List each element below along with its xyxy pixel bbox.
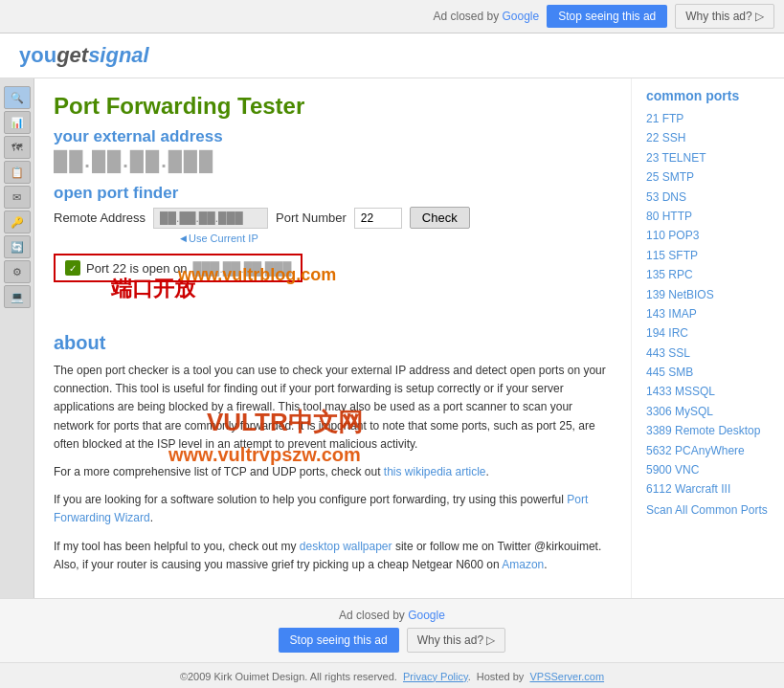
ad-closed-label-bottom: Ad closed by Google: [10, 609, 774, 622]
port-link[interactable]: 139 NetBIOS: [646, 285, 770, 304]
port-result-text: Port 22 is open on: [86, 261, 188, 276]
top-ad-bar: Ad closed by Google Stop seeing this ad …: [0, 0, 784, 33]
port-number-input[interactable]: [354, 208, 402, 229]
external-address-label: your external address: [54, 127, 612, 146]
port-link[interactable]: 443 SSL: [646, 344, 770, 363]
logo-get: get: [56, 43, 88, 67]
stop-ad-button-bottom[interactable]: Stop seeing this ad: [279, 628, 399, 653]
port-link[interactable]: 110 POP3: [646, 226, 770, 245]
left-sidebar: 🔍 📊 🗺 📋 ✉ 🔑 🔄 ⚙ 💻: [0, 78, 34, 598]
port-link[interactable]: 1433 MSSQL: [646, 382, 770, 401]
sidebar-icon-refresh[interactable]: 🔄: [4, 235, 31, 258]
google-text-bottom: Google: [408, 609, 445, 622]
about-para1: The open port checker is a tool you can …: [54, 362, 612, 454]
scan-all-link[interactable]: Scan All Common Ports: [646, 503, 770, 517]
remote-address-label: Remote Address: [54, 211, 146, 225]
port-link[interactable]: 22 SSH: [646, 128, 770, 147]
port-forwarding-wizard-link[interactable]: Port Forwarding Wizard: [54, 493, 588, 524]
port-result-box: ✓ Port 22 is open on ███.██.██.███: [54, 254, 302, 282]
footer: ©2009 Kirk Ouimet Design. All rights res…: [0, 663, 784, 688]
about-para2: For a more comprehensive list of TCP and…: [54, 463, 612, 481]
google-text-top: Google: [503, 10, 540, 23]
port-link[interactable]: 21 FTP: [646, 109, 770, 128]
about-para3: If you are looking for a software soluti…: [54, 491, 612, 527]
content-area: Port Forwarding Tester your external add…: [34, 78, 631, 598]
logo[interactable]: yougetsignal: [19, 43, 149, 68]
page-title: Port Forwarding Tester: [54, 93, 612, 120]
port-link[interactable]: 5900 VNC: [646, 460, 770, 479]
port-result-ip: ███.██.██.███: [193, 261, 292, 276]
bottom-ad-bar: Ad closed by Google Stop seeing this ad …: [0, 598, 784, 663]
port-link[interactable]: 115 SFTP: [646, 246, 770, 265]
port-link[interactable]: 53 DNS: [646, 188, 770, 207]
logo-you: you: [19, 43, 56, 67]
sidebar-icon-computer[interactable]: 💻: [4, 285, 31, 308]
port-number-label: Port Number: [276, 211, 347, 225]
sidebar-icon-mail[interactable]: ✉: [4, 186, 31, 209]
footer-text: ©2009 Kirk Ouimet Design. All rights res…: [180, 671, 397, 682]
amazon-link[interactable]: Amazon: [502, 558, 544, 571]
sidebar-icon-settings[interactable]: ⚙: [4, 260, 31, 283]
port-finder-title: open port finder: [54, 184, 612, 203]
result-area: ✓ Port 22 is open on ███.██.██.███ 端口开放 …: [54, 254, 612, 322]
port-link[interactable]: 135 RPC: [646, 265, 770, 284]
ad-closed-label: Ad closed by Google: [433, 10, 539, 23]
about-section: about The open port checker is a tool yo…: [54, 332, 612, 574]
port-link[interactable]: 194 IRC: [646, 323, 770, 343]
finder-row: Remote Address Port Number Check: [54, 207, 612, 229]
port-link[interactable]: 5632 PCAnyWhere: [646, 441, 770, 460]
port-link[interactable]: 3389 Remote Desktop: [646, 421, 770, 440]
privacy-link[interactable]: Privacy Policy: [403, 671, 468, 682]
port-link[interactable]: 3306 MySQL: [646, 402, 770, 421]
port-link[interactable]: 445 SMB: [646, 363, 770, 382]
port-link[interactable]: 143 IMAP: [646, 304, 770, 323]
wallpaper-link[interactable]: desktop wallpaper: [300, 540, 392, 553]
about-title: about: [54, 332, 612, 354]
remote-address-input[interactable]: [153, 208, 268, 229]
wikipedia-link[interactable]: this wikipedia article: [384, 465, 486, 478]
port-link[interactable]: 25 SMTP: [646, 167, 770, 187]
use-current-ip-link[interactable]: Use Current IP: [180, 233, 612, 244]
about-para4: If my tool has been helpful to you, chec…: [54, 538, 612, 574]
header: yougetsignal: [0, 33, 784, 78]
main-wrapper: 🔍 📊 🗺 📋 ✉ 🔑 🔄 ⚙ 💻 Port Forwarding Tester…: [0, 78, 784, 598]
sidebar-icon-search[interactable]: 🔍: [4, 86, 31, 109]
sidebar-icon-chart[interactable]: 📊: [4, 111, 31, 134]
stop-ad-button-top[interactable]: Stop seeing this ad: [547, 5, 667, 28]
ports-list: 21 FTP22 SSH23 TELNET25 SMTP53 DNS80 HTT…: [646, 109, 770, 499]
bottom-ad-buttons: Stop seeing this ad Why this ad? ▷: [10, 628, 774, 653]
external-ip: ██.██.██.███: [54, 150, 612, 172]
port-link[interactable]: 23 TELNET: [646, 148, 770, 167]
sidebar-icon-map[interactable]: 🗺: [4, 136, 31, 159]
port-link[interactable]: 80 HTTP: [646, 207, 770, 226]
port-open-icon: ✓: [65, 260, 80, 276]
hosted-link[interactable]: VPSServer.com: [529, 671, 604, 682]
hosted-text: Hosted by: [477, 671, 525, 682]
port-link[interactable]: 6112 Warcraft III: [646, 479, 770, 499]
check-button[interactable]: Check: [410, 207, 470, 229]
right-sidebar: common ports 21 FTP22 SSH23 TELNET25 SMT…: [631, 78, 784, 598]
logo-signal: signal: [88, 43, 149, 67]
why-ad-button-top[interactable]: Why this ad? ▷: [675, 4, 774, 29]
sidebar-icon-key[interactable]: 🔑: [4, 211, 31, 233]
sidebar-icon-clipboard[interactable]: 📋: [4, 161, 31, 184]
why-ad-button-bottom[interactable]: Why this ad? ▷: [407, 628, 506, 653]
common-ports-title: common ports: [646, 88, 770, 103]
